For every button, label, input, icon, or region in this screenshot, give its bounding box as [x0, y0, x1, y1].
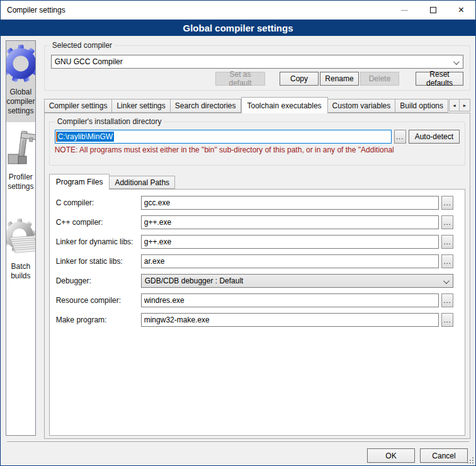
installation-directory-value: C:\raylib\MinGW — [57, 132, 114, 142]
close-icon: × — [458, 5, 464, 15]
rename-button[interactable]: Rename — [320, 72, 359, 86]
debugger-select-value: GDB/CDB debugger : Default — [145, 276, 244, 285]
minimize-icon — [401, 10, 408, 11]
subtab-additional-paths[interactable]: Additional Paths — [110, 176, 175, 189]
maximize-icon — [430, 7, 436, 13]
compiler-select[interactable]: GNU GCC Compiler — [51, 55, 463, 69]
dialog-header-title: Global compiler settings — [183, 23, 293, 33]
selected-compiler-group: Selected compiler GNU GCC Compiler Set a… — [44, 45, 470, 91]
cancel-button[interactable]: Cancel — [420, 448, 468, 463]
delete-button[interactable]: Delete — [360, 72, 399, 86]
tab-compiler-settings[interactable]: Compiler settings — [44, 99, 113, 113]
tab-scroll-right-button[interactable]: ► — [460, 99, 470, 111]
sidebar-item-label: Batch builds — [8, 262, 34, 281]
cpp-compiler-input[interactable] — [141, 215, 439, 229]
browse-directory-button[interactable]: ... — [394, 130, 406, 144]
sidebar-item-profiler-settings[interactable]: Profiler settings — [6, 125, 35, 198]
cpp-compiler-row: C++ compiler: ... — [56, 215, 453, 229]
make-program-label: Make program: — [56, 315, 141, 324]
arrow-left-icon: ◄ — [452, 103, 456, 108]
dynamic-linker-row: Linker for dynamic libs: ... — [56, 235, 453, 249]
settings-category-list: Global compiler settings — [6, 40, 36, 436]
sidebar-item-label: Global compiler settings — [6, 88, 35, 116]
tab-build-options[interactable]: Build options — [395, 99, 448, 113]
c-compiler-label: C compiler: — [56, 198, 141, 207]
minimize-button[interactable] — [390, 1, 419, 20]
sidebar-item-label: Profiler settings — [8, 173, 34, 191]
close-button[interactable]: × — [447, 1, 475, 20]
blue-gear-icon — [6, 43, 36, 84]
footer: OK Cancel — [1, 443, 475, 463]
tab-custom-variables[interactable]: Custom variables — [328, 99, 396, 113]
static-linker-row: Linker for static libs: ... — [56, 254, 453, 268]
gray-gear-stack-icon — [6, 218, 36, 258]
sidebar-item-batch-builds[interactable]: Batch builds — [6, 214, 35, 287]
debugger-select[interactable]: GDB/CDB debugger : Default — [141, 274, 453, 288]
make-program-row: Make program: ... — [56, 313, 453, 327]
tab-search-directories[interactable]: Search directories — [171, 99, 241, 113]
tab-linker-settings[interactable]: Linker settings — [112, 99, 170, 113]
make-program-input[interactable] — [141, 313, 439, 327]
arrow-right-icon: ► — [463, 103, 467, 108]
c-compiler-row: C compiler: ... — [56, 196, 453, 210]
make-program-browse-button[interactable]: ... — [441, 313, 453, 327]
tab-toolchain-executables[interactable]: Toolchain executables — [241, 97, 328, 113]
tab-scroll-left-button[interactable]: ◄ — [449, 99, 460, 111]
program-files-tab-strip: Program Files Additional Paths — [49, 173, 465, 189]
resize-grip-icon[interactable] — [466, 456, 473, 463]
static-linker-label: Linker for static libs: — [56, 257, 141, 266]
c-compiler-input[interactable] — [141, 196, 439, 210]
maximize-button[interactable] — [419, 1, 447, 20]
installation-directory-input[interactable]: C:\raylib\MinGW — [55, 130, 392, 144]
dynamic-linker-browse-button[interactable]: ... — [441, 235, 453, 249]
dialog-header: Global compiler settings — [1, 20, 475, 36]
copy-button[interactable]: Copy — [280, 72, 319, 86]
ok-button[interactable]: OK — [367, 448, 415, 463]
resource-compiler-label: Resource compiler: — [56, 296, 141, 305]
toolchain-executables-page: Compiler's installation directory C:\ray… — [44, 113, 470, 439]
program-files-panel: C compiler: ... C++ compiler: ... Linker… — [49, 189, 465, 436]
dynamic-linker-input[interactable] — [141, 235, 439, 249]
sidebar-item-global-compiler-settings[interactable]: Global compiler settings — [6, 41, 35, 122]
reset-defaults-button[interactable]: Reset defaults — [416, 72, 463, 86]
bin-subdirectory-note: NOTE: All programs must exist either in … — [55, 145, 460, 154]
compiler-settings-dialog: Compiler settings × Global compiler sett… — [0, 0, 476, 466]
static-linker-browse-button[interactable]: ... — [441, 254, 453, 268]
compiler-select-value: GNU GCC Compiler — [55, 57, 123, 66]
caliper-icon — [6, 128, 36, 169]
debugger-label: Debugger: — [56, 276, 141, 285]
set-as-default-button[interactable]: Set as default — [215, 72, 265, 86]
auto-detect-button[interactable]: Auto-detect — [409, 130, 460, 144]
resource-compiler-browse-button[interactable]: ... — [441, 293, 453, 307]
resource-compiler-input[interactable] — [141, 293, 439, 307]
chevron-down-icon — [453, 59, 460, 65]
debugger-row: Debugger: GDB/CDB debugger : Default — [56, 274, 453, 288]
static-linker-input[interactable] — [141, 254, 439, 268]
c-compiler-browse-button[interactable]: ... — [441, 196, 453, 210]
settings-tab-strip: Compiler settings Linker settings Search… — [44, 96, 470, 113]
selected-compiler-legend: Selected compiler — [50, 41, 115, 50]
resource-compiler-row: Resource compiler: ... — [56, 293, 453, 307]
subtab-program-files[interactable]: Program Files — [49, 174, 110, 190]
chevron-down-icon — [443, 278, 450, 284]
cpp-compiler-browse-button[interactable]: ... — [441, 215, 453, 229]
cpp-compiler-label: C++ compiler: — [56, 218, 141, 227]
title-bar: Compiler settings × — [1, 1, 475, 20]
window-title: Compiler settings — [1, 6, 390, 14]
dynamic-linker-label: Linker for dynamic libs: — [56, 237, 141, 246]
installation-directory-legend: Compiler's installation directory — [55, 117, 164, 126]
installation-directory-group: Compiler's installation directory C:\ray… — [49, 122, 465, 166]
